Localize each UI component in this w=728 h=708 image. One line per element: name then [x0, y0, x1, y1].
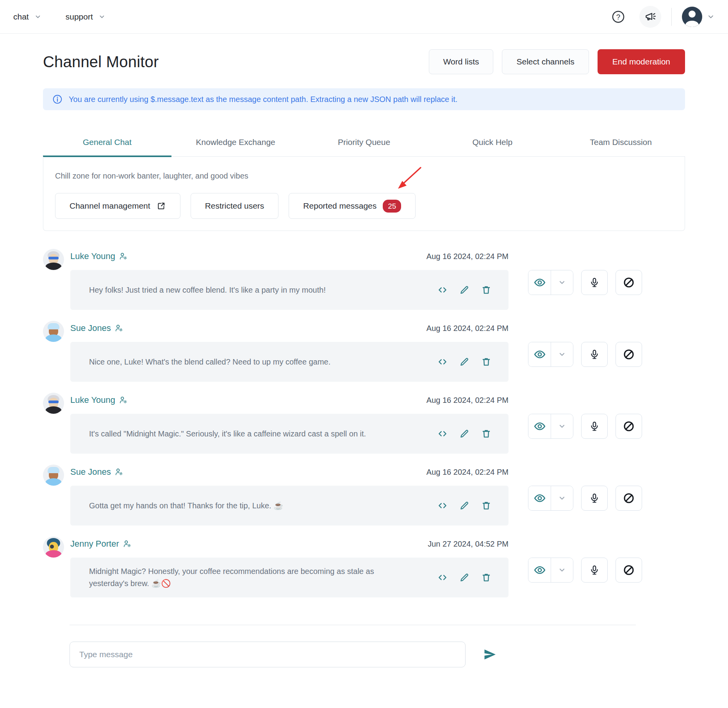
user-settings-icon[interactable] — [123, 540, 132, 548]
block-icon — [623, 492, 635, 504]
microphone-icon — [589, 565, 600, 576]
chevron-down-icon — [558, 566, 566, 574]
user-settings-icon[interactable] — [115, 468, 123, 476]
visibility-split-button — [528, 270, 573, 295]
user-menu[interactable] — [682, 7, 715, 27]
visibility-menu-button[interactable] — [551, 342, 573, 367]
composer-divider — [70, 625, 636, 625]
edit-icon[interactable] — [459, 572, 469, 583]
show-message-button[interactable] — [528, 270, 551, 295]
timestamp: Aug 16 2024, 02:24 PM — [426, 396, 509, 405]
visibility-split-button — [528, 486, 573, 511]
block-user-button[interactable] — [616, 342, 642, 367]
message-text: Midnight Magic? Honestly, your coffee re… — [89, 565, 414, 590]
delete-icon[interactable] — [481, 501, 491, 511]
avatar — [43, 465, 64, 486]
send-icon — [483, 647, 497, 662]
edit-icon[interactable] — [459, 285, 469, 295]
avatar — [43, 321, 64, 342]
author-name: Sue Jones — [70, 467, 111, 477]
delete-icon[interactable] — [481, 285, 491, 295]
tab-priority-queue[interactable]: Priority Queue — [300, 132, 428, 156]
visibility-menu-button[interactable] — [551, 270, 573, 295]
block-user-button[interactable] — [616, 270, 642, 295]
visibility-menu-button[interactable] — [551, 558, 573, 582]
announcements-button[interactable] — [639, 6, 661, 28]
message-list: Luke Young Aug 16 2024, 02:24 PM Hey fol… — [43, 249, 685, 597]
chevron-down-icon — [558, 494, 566, 502]
reported-count-badge: 25 — [383, 200, 401, 213]
delete-icon[interactable] — [481, 429, 491, 439]
code-icon[interactable] — [437, 501, 448, 511]
block-user-button[interactable] — [616, 414, 642, 439]
delete-icon[interactable] — [481, 572, 491, 583]
microphone-icon — [589, 493, 600, 504]
code-icon[interactable] — [437, 285, 448, 295]
show-message-button[interactable] — [528, 486, 551, 510]
mute-user-button[interactable] — [581, 558, 608, 583]
tab-knowledge-exchange[interactable]: Knowledge Exchange — [171, 132, 300, 156]
avatar — [43, 249, 64, 270]
mute-user-button[interactable] — [581, 270, 608, 295]
message-row: Luke Young Aug 16 2024, 02:24 PM Hey fol… — [43, 249, 685, 310]
chevron-down-icon — [558, 422, 566, 430]
message-row: Jenny Porter Jun 27 2024, 04:52 PM Midni… — [43, 536, 685, 597]
timestamp: Aug 16 2024, 02:24 PM — [426, 468, 509, 477]
user-settings-icon[interactable] — [119, 252, 128, 261]
svg-text:?: ? — [616, 13, 620, 21]
help-button[interactable]: ? — [607, 6, 629, 28]
message-row: Sue Jones Aug 16 2024, 02:24 PM Nice one… — [43, 321, 685, 382]
message-bubble: It's called "Midnight Magic." Seriously,… — [70, 414, 509, 454]
block-user-button[interactable] — [616, 558, 642, 583]
tab-general-chat[interactable]: General Chat — [43, 132, 171, 156]
message-text: Hey folks! Just tried a new coffee blend… — [89, 284, 326, 296]
channel-management-label: Channel management — [70, 201, 150, 211]
channel-management-button[interactable]: Channel management — [55, 193, 180, 219]
mute-user-button[interactable] — [581, 414, 608, 439]
message-row: Luke Young Aug 16 2024, 02:24 PM It's ca… — [43, 393, 685, 454]
show-message-button[interactable] — [528, 558, 551, 582]
user-settings-icon[interactable] — [119, 396, 128, 404]
edit-icon[interactable] — [459, 429, 469, 439]
code-icon[interactable] — [437, 429, 448, 439]
reported-messages-label: Reported messages — [303, 201, 376, 211]
select-channels-button[interactable]: Select channels — [502, 49, 589, 74]
edit-icon[interactable] — [459, 357, 469, 367]
restricted-users-label: Restricted users — [205, 201, 264, 211]
reported-messages-button[interactable]: Reported messages 25 — [289, 193, 416, 219]
author-link[interactable]: Sue Jones — [70, 323, 123, 333]
author-link[interactable]: Sue Jones — [70, 467, 123, 477]
word-lists-button[interactable]: Word lists — [429, 49, 494, 74]
end-moderation-button[interactable]: End moderation — [598, 49, 685, 74]
channel-description: Chill zone for non-work banter, laughter… — [55, 172, 673, 181]
author-name: Luke Young — [70, 251, 115, 261]
show-message-button[interactable] — [528, 342, 551, 367]
mute-user-button[interactable] — [581, 342, 608, 367]
author-link[interactable]: Luke Young — [70, 395, 128, 405]
restricted-users-button[interactable]: Restricted users — [191, 193, 279, 219]
mute-user-button[interactable] — [581, 486, 608, 511]
visibility-menu-button[interactable] — [551, 414, 573, 438]
code-icon[interactable] — [437, 572, 448, 583]
author-link[interactable]: Luke Young — [70, 251, 128, 261]
tab-quick-help[interactable]: Quick Help — [428, 132, 557, 156]
microphone-icon — [589, 421, 600, 432]
nav-menu-chat[interactable]: chat — [13, 12, 41, 21]
block-icon — [623, 420, 635, 432]
block-user-button[interactable] — [616, 486, 642, 511]
eye-icon — [534, 564, 546, 576]
channel-tabs: General Chat Knowledge Exchange Priority… — [43, 132, 685, 157]
user-settings-icon[interactable] — [115, 324, 123, 333]
message-text: Gotta get my hands on that! Thanks for t… — [89, 500, 283, 512]
author-link[interactable]: Jenny Porter — [70, 539, 132, 549]
show-message-button[interactable] — [528, 414, 551, 438]
nav-menu-support[interactable]: support — [66, 12, 105, 21]
message-input[interactable] — [70, 642, 466, 667]
visibility-menu-button[interactable] — [551, 486, 573, 510]
delete-icon[interactable] — [481, 357, 491, 367]
eye-icon — [534, 420, 546, 432]
edit-icon[interactable] — [459, 501, 469, 511]
code-icon[interactable] — [437, 357, 448, 367]
tab-team-discussion[interactable]: Team Discussion — [557, 132, 685, 156]
send-button[interactable] — [483, 647, 497, 662]
